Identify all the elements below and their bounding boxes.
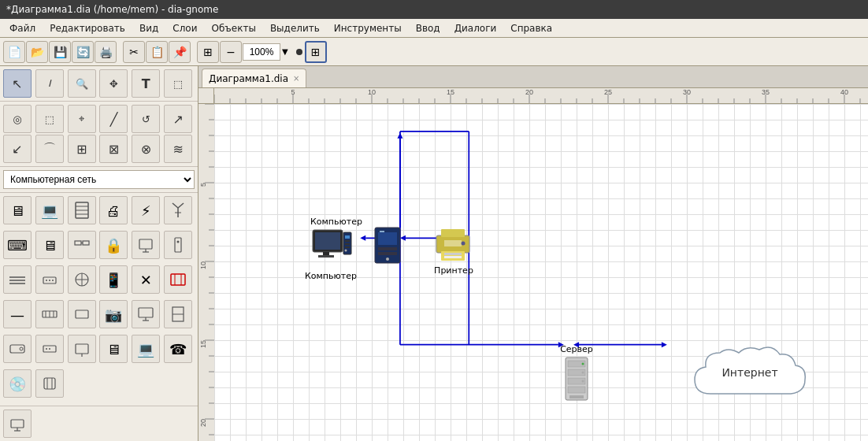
shape-server-rack[interactable] — [68, 196, 96, 224]
svg-rect-49 — [11, 420, 24, 428]
line-tool[interactable]: ╱ — [99, 105, 128, 133]
svg-rect-71 — [318, 255, 334, 258]
computer-element[interactable]: Компьютер — [305, 226, 357, 281]
shape-box1[interactable] — [68, 300, 96, 328]
shape-disk[interactable]: 💿 — [3, 369, 32, 398]
conn1-tool[interactable]: ↙ — [3, 135, 32, 163]
shape-phone[interactable]: 📱 — [99, 265, 128, 294]
shape-keyboard[interactable]: ⌨ — [3, 231, 32, 259]
text-tool[interactable]: T — [132, 69, 160, 98]
shape-lightning[interactable]: ⚡ — [132, 196, 160, 224]
menu-item-[interactable]: Файл — [3, 21, 42, 35]
export-button[interactable]: 🔄 — [72, 41, 94, 63]
server-label: Сервер — [560, 344, 593, 354]
ruler-horizontal — [214, 88, 868, 104]
shape-network[interactable] — [68, 231, 96, 259]
svg-line-5 — [172, 203, 178, 208]
menu-item-[interactable]: Вид — [133, 21, 165, 35]
tab-close-button[interactable]: × — [293, 74, 299, 83]
shape-hub[interactable] — [68, 265, 96, 294]
move-tool[interactable]: ✥ — [99, 69, 128, 98]
shape-firewall[interactable] — [164, 265, 192, 294]
menu-item-[interactable]: Слои — [166, 21, 203, 35]
shape-hdd[interactable] — [3, 335, 32, 363]
svg-line-6 — [178, 203, 184, 208]
svg-rect-87 — [444, 240, 462, 246]
shape-antenna[interactable] — [164, 196, 192, 224]
svg-point-82 — [386, 258, 389, 261]
computer-top-label: Компьютер — [305, 217, 368, 227]
shape-computer[interactable]: 💻 — [35, 196, 64, 224]
shape-extra1[interactable] — [35, 369, 64, 398]
cut-button[interactable]: ✂ — [123, 41, 145, 63]
menu-item-[interactable]: Редактировать — [43, 21, 132, 35]
shape-cross[interactable]: ✕ — [132, 265, 160, 294]
diagram-tab[interactable]: Диаграмма1.dia × — [202, 69, 306, 87]
shape-device5[interactable] — [132, 231, 160, 259]
conn-point-tool[interactable]: ◎ — [3, 105, 32, 133]
shape-display2[interactable] — [132, 300, 160, 328]
shape-lock[interactable]: 🔒 — [99, 231, 128, 259]
shape-phone2[interactable]: ☎ — [164, 335, 192, 363]
svg-rect-44 — [76, 344, 88, 354]
shape-tools: ◎ ⬚ ⌖ ╱ ↺ ↗ ↙ ⌒ ⊞ ⊠ ⊗ ≋ — [0, 102, 198, 167]
tab-bar: Диаграмма1.dia × — [198, 66, 868, 88]
fit-button[interactable]: ⊞ — [197, 41, 219, 63]
svg-rect-33 — [76, 310, 88, 318]
hub-element[interactable] — [369, 226, 406, 272]
shape-monitor[interactable]: 🖥 — [3, 196, 32, 224]
grid-button[interactable]: ⊞ — [305, 41, 327, 63]
menu-item-[interactable]: Инструменты — [328, 21, 408, 35]
shape-display[interactable]: 🖥 — [35, 231, 64, 259]
printer-element[interactable]: Принтер — [433, 224, 474, 276]
library-dropdown[interactable]: Компьютерная сеть — [3, 170, 195, 189]
paste-button[interactable]: 📌 — [169, 41, 191, 63]
menu-item-[interactable]: Справка — [504, 21, 558, 35]
select-tool[interactable]: ↖ — [3, 69, 32, 98]
internet-element[interactable]: Интернет — [687, 339, 813, 417]
rect-select-tool[interactable]: ⬚ — [164, 69, 192, 98]
copy-button[interactable]: 📋 — [146, 41, 168, 63]
zoom-input[interactable] — [243, 43, 280, 61]
shape-extra-bottom[interactable] — [3, 410, 32, 438]
conn5-tool[interactable]: ⊗ — [132, 135, 160, 163]
menu-item-[interactable]: Объекты — [205, 21, 262, 35]
text-cursor-tool[interactable]: I — [35, 69, 64, 98]
shape-laptop2[interactable]: 💻 — [132, 335, 160, 363]
conn4-tool[interactable]: ⊠ — [99, 135, 128, 163]
shape-upc[interactable] — [68, 335, 96, 363]
shape-camera[interactable]: 📷 — [99, 300, 128, 328]
save-button[interactable]: 💾 — [49, 41, 71, 63]
zigzag-tool[interactable]: ↗ — [164, 105, 192, 133]
shape-printer[interactable]: 🖨 — [99, 196, 128, 224]
shape-switch[interactable] — [35, 300, 64, 328]
ruler-corner — [198, 88, 214, 104]
conn2-tool[interactable]: ⌒ — [35, 135, 64, 163]
arc-tool[interactable]: ↺ — [132, 105, 160, 133]
print-button[interactable]: 🖨️ — [95, 41, 117, 63]
open-button[interactable]: 📂 — [26, 41, 48, 63]
conn3-tool[interactable]: ⊞ — [68, 135, 96, 163]
lasso-tool[interactable]: ⌖ — [68, 105, 96, 133]
svg-rect-11 — [139, 239, 152, 249]
shape-pc[interactable]: 🖥 — [99, 335, 128, 363]
shape-router[interactable] — [35, 265, 64, 294]
new-button[interactable]: 📄 — [3, 41, 25, 63]
server-element[interactable]: Сервер — [559, 344, 594, 403]
shape-dash[interactable]: — — [3, 300, 32, 328]
shape-line3[interactable] — [3, 265, 32, 294]
canvas-area[interactable]: Диаграмма1.dia × — [198, 66, 868, 441]
diagram-canvas[interactable]: Компьютер — [214, 104, 868, 441]
menu-item-[interactable]: Диалоги — [448, 21, 503, 35]
zoom-out-button[interactable]: − — [220, 41, 242, 63]
zoom-dropdown-icon[interactable]: ▼ — [282, 47, 288, 56]
menu-item-[interactable]: Ввод — [410, 21, 447, 35]
conn6-tool[interactable]: ≋ — [164, 135, 192, 163]
zoom-tool[interactable]: 🔍 — [68, 69, 96, 98]
area-select-tool[interactable]: ⬚ — [35, 105, 64, 133]
shape-modem[interactable] — [35, 335, 64, 363]
shape-tower[interactable] — [164, 231, 192, 259]
shape-cabinet[interactable] — [164, 300, 192, 328]
menu-item-[interactable]: Выделить — [264, 21, 326, 35]
svg-point-40 — [20, 347, 23, 350]
